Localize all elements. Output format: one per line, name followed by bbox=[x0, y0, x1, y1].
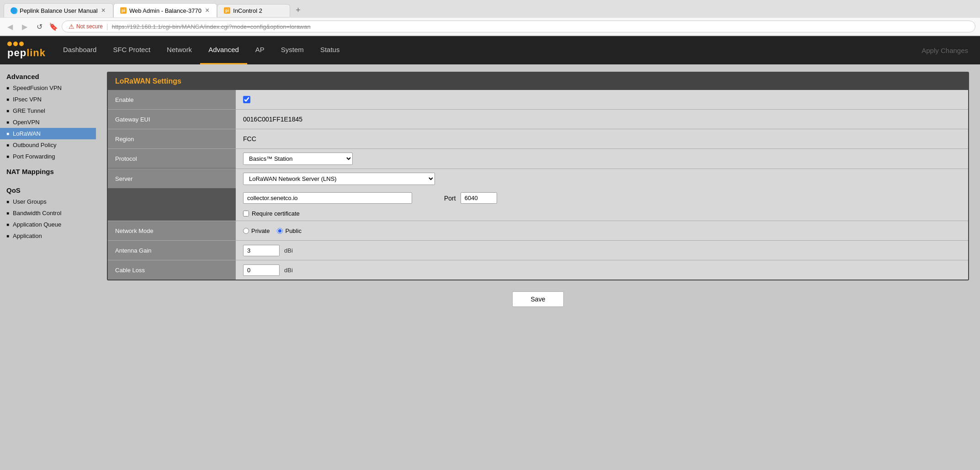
radio-private-label[interactable]: Private bbox=[243, 227, 270, 234]
protocol-select[interactable]: Basics™ Station Semtech bbox=[243, 153, 353, 165]
content-area: LoRaWAN Settings Enable Gateway EUI 0016… bbox=[96, 64, 980, 470]
sidebar-label-application: Application bbox=[13, 232, 42, 239]
tab-incontrol[interactable]: pi InControl 2 bbox=[217, 4, 290, 17]
tab-web-admin[interactable]: pi Web Admin - Balance-3770 × bbox=[113, 3, 217, 17]
bullet-icon: ■ bbox=[6, 143, 9, 148]
logo: peplink bbox=[7, 42, 46, 59]
region-label: Region bbox=[108, 129, 236, 148]
radio-private[interactable] bbox=[243, 228, 249, 234]
bookmark-button[interactable]: 🔖 bbox=[49, 22, 58, 31]
save-button[interactable]: Save bbox=[512, 291, 564, 307]
antenna-gain-row: Antenna Gain dBi bbox=[108, 241, 968, 260]
sidebar: Advanced ■ SpeedFusion VPN ■ IPsec VPN ■… bbox=[0, 64, 96, 470]
cable-loss-value: dBi bbox=[236, 260, 968, 280]
require-cert-checkbox[interactable] bbox=[243, 211, 249, 217]
region-row: Region FCC bbox=[108, 129, 968, 149]
protocol-value: Basics™ Station Semtech bbox=[236, 149, 968, 169]
new-tab-button[interactable]: + bbox=[290, 3, 306, 18]
cable-loss-row: Cable Loss dBi bbox=[108, 260, 968, 280]
sidebar-item-bandwidth-control[interactable]: ■ Bandwidth Control bbox=[0, 207, 96, 219]
sidebar-item-openvpn[interactable]: ■ OpenVPN bbox=[0, 116, 96, 128]
bullet-icon: ■ bbox=[6, 108, 9, 113]
radio-public-text: Public bbox=[285, 227, 301, 234]
gateway-eui-text: 0016C001FF1E1845 bbox=[243, 116, 302, 123]
bullet-icon: ■ bbox=[6, 97, 9, 102]
bullet-icon: ■ bbox=[6, 131, 9, 136]
sidebar-item-speedfusion-vpn[interactable]: ■ SpeedFusion VPN bbox=[0, 82, 96, 94]
sidebar-item-application[interactable]: ■ Application bbox=[0, 230, 96, 242]
tab-favicon-pi2: pi bbox=[224, 7, 230, 14]
nav-dashboard[interactable]: Dashboard bbox=[55, 36, 105, 64]
enable-checkbox[interactable] bbox=[243, 96, 250, 103]
protocol-label: Protocol bbox=[108, 149, 236, 168]
gateway-eui-label: Gateway EUI bbox=[108, 110, 236, 129]
radio-public-label[interactable]: Public bbox=[277, 227, 301, 234]
back-button[interactable]: ◀ bbox=[5, 21, 16, 32]
bullet-icon: ■ bbox=[6, 199, 9, 204]
cable-loss-label: Cable Loss bbox=[108, 260, 236, 280]
cable-loss-input[interactable] bbox=[243, 264, 280, 276]
address-bar: ◀ ▶ ↺ 🔖 ⚠ Not secure | https://192.168.1… bbox=[0, 18, 980, 36]
server-type-select[interactable]: LoRaWAN Network Server (LNS) CUPS bbox=[243, 173, 435, 185]
network-mode-radio-group: Private Public bbox=[243, 227, 302, 234]
bullet-icon: ■ bbox=[6, 233, 9, 238]
sidebar-item-lorawan[interactable]: ■ LoRaWAN bbox=[0, 128, 96, 139]
server-label: Server bbox=[108, 169, 236, 188]
nav-network[interactable]: Network bbox=[159, 36, 200, 64]
nav-advanced[interactable]: Advanced bbox=[200, 36, 247, 64]
logo-text: peplink bbox=[7, 47, 46, 59]
require-cert-label: Require certificate bbox=[252, 210, 300, 217]
not-secure-badge: ⚠ Not secure bbox=[69, 23, 103, 30]
tab-peplink-manual[interactable]: 🌐 Peplink Balance User Manual × bbox=[4, 3, 113, 17]
lorawan-settings-title: LoRaWAN Settings bbox=[108, 73, 968, 90]
server-url-input[interactable] bbox=[243, 192, 412, 204]
bullet-icon: ■ bbox=[6, 154, 9, 159]
enable-label: Enable bbox=[108, 90, 236, 109]
logo-circles bbox=[7, 42, 46, 46]
sidebar-label-usergroups: User Groups bbox=[13, 198, 47, 205]
tab-close-admin[interactable]: × bbox=[204, 6, 210, 15]
nav-ap[interactable]: AP bbox=[247, 36, 273, 64]
server-port-input[interactable] bbox=[461, 192, 497, 204]
sidebar-label-bandwidth: Bandwidth Control bbox=[13, 210, 61, 217]
protocol-row: Protocol Basics™ Station Semtech bbox=[108, 149, 968, 169]
radio-public[interactable] bbox=[277, 228, 283, 234]
forward-button[interactable]: ▶ bbox=[19, 21, 30, 32]
port-label: Port bbox=[444, 195, 456, 202]
server-row: Server LoRaWAN Network Server (LNS) CUPS… bbox=[108, 169, 968, 221]
app-header: peplink Dashboard SFC Protect Network Ad… bbox=[0, 36, 980, 64]
sidebar-label-lorawan: LoRaWAN bbox=[13, 130, 41, 137]
sidebar-label-openvpn: OpenVPN bbox=[13, 119, 40, 126]
sidebar-label-speedfusion: SpeedFusion VPN bbox=[13, 84, 62, 91]
logo-circle-2 bbox=[13, 42, 18, 46]
logo-circle-3 bbox=[19, 42, 24, 46]
gateway-eui-value: 0016C001FF1E1845 bbox=[236, 110, 968, 129]
sidebar-label-portfwd: Port Forwarding bbox=[13, 153, 55, 160]
bullet-icon: ■ bbox=[6, 85, 9, 90]
radio-private-text: Private bbox=[251, 227, 270, 234]
tab-favicon-globe: 🌐 bbox=[11, 7, 17, 14]
antenna-gain-unit: dBi bbox=[284, 247, 293, 254]
tab-close-manual[interactable]: × bbox=[101, 6, 106, 15]
warning-icon: ⚠ bbox=[69, 23, 74, 30]
apply-changes-button[interactable]: Apply Changes bbox=[917, 47, 973, 54]
gateway-eui-row: Gateway EUI 0016C001FF1E1845 bbox=[108, 110, 968, 129]
reload-button[interactable]: ↺ bbox=[34, 21, 45, 32]
sidebar-item-port-forwarding[interactable]: ■ Port Forwarding bbox=[0, 151, 96, 162]
sidebar-item-outbound-policy[interactable]: ■ Outbound Policy bbox=[0, 139, 96, 151]
nav-status[interactable]: Status bbox=[312, 36, 348, 64]
network-mode-label: Network Mode bbox=[108, 221, 236, 240]
tab-label-manual: Peplink Balance User Manual bbox=[20, 7, 98, 14]
main-nav: Dashboard SFC Protect Network Advanced A… bbox=[55, 36, 348, 64]
tab-favicon-pi1: pi bbox=[120, 7, 127, 14]
sidebar-item-gre-tunnel[interactable]: ■ GRE Tunnel bbox=[0, 105, 96, 116]
sidebar-item-user-groups[interactable]: ■ User Groups bbox=[0, 196, 96, 207]
sidebar-item-ipsec-vpn[interactable]: ■ IPsec VPN bbox=[0, 94, 96, 105]
sidebar-item-application-queue[interactable]: ■ Application Queue bbox=[0, 219, 96, 230]
nav-system[interactable]: System bbox=[273, 36, 312, 64]
antenna-gain-input[interactable] bbox=[243, 245, 280, 256]
nav-sfc-protect[interactable]: SFC Protect bbox=[105, 36, 159, 64]
url-bar[interactable]: ⚠ Not secure | https://192.168.1.1/cgi-b… bbox=[62, 21, 975, 32]
sidebar-label-outbound: Outbound Policy bbox=[13, 142, 56, 148]
region-value: FCC bbox=[236, 129, 968, 148]
